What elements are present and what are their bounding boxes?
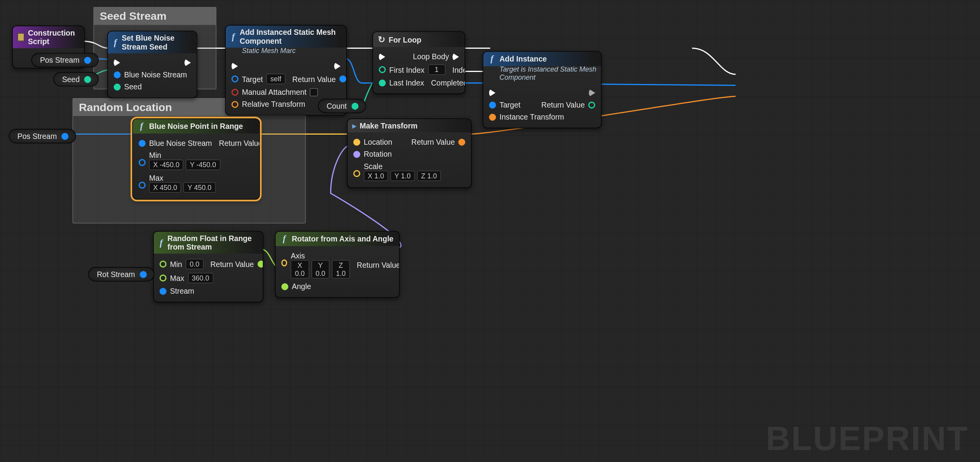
axis-z-input[interactable]: Z 1.0	[332, 260, 350, 279]
min-y-input[interactable]: Y -450.0	[186, 160, 220, 170]
construction-icon	[17, 33, 24, 41]
pin-stream[interactable]	[160, 287, 167, 294]
function-icon: f	[138, 121, 146, 132]
max-x-input[interactable]: X 450.0	[149, 182, 181, 193]
node-title: Construction Script	[28, 29, 79, 46]
comment-title: Seed Stream	[94, 8, 216, 25]
node-header: f Add Instanced Static Mesh Component	[226, 26, 347, 48]
min-value[interactable]: 0.0	[186, 259, 203, 269]
node-header: f Random Float in Range from Stream	[154, 232, 263, 254]
blueprint-watermark: BLUEPRINT	[766, 419, 969, 458]
node-blue-noise-point[interactable]: f Blue Noise Point in Range Blue Noise S…	[132, 118, 260, 200]
pin-axis[interactable]	[282, 260, 287, 267]
pin-output[interactable]	[61, 133, 68, 140]
node-header: f Rotator from Axis and Angle	[276, 232, 400, 246]
function-icon: f	[159, 238, 164, 248]
function-icon: f	[230, 32, 236, 42]
pin-return-value[interactable]	[339, 75, 346, 82]
node-rotator-axis-angle[interactable]: f Rotator from Axis and Angle Axis X 0.0…	[275, 231, 400, 298]
node-header: Construction Script	[13, 26, 84, 48]
max-value[interactable]: 360.0	[188, 273, 213, 283]
exec-in-pin[interactable]	[232, 62, 238, 70]
node-title: Blue Noise Point in Range	[149, 122, 243, 131]
manual-attachment-checkbox[interactable]	[310, 88, 318, 96]
scale-y-input[interactable]: Y 1.0	[391, 171, 415, 181]
node-header: For Loop	[373, 32, 465, 47]
pin-seed[interactable]	[114, 83, 121, 90]
node-set-blue-noise-seed[interactable]: f Set Blue Noise Stream Seed Blue Noise …	[108, 31, 198, 98]
max-y-input[interactable]: Y 450.0	[184, 182, 216, 193]
node-make-transform[interactable]: Make Transform Location Return Value Rot…	[347, 118, 472, 188]
pin-output[interactable]	[352, 103, 359, 110]
exec-loop-body-pin[interactable]	[452, 53, 459, 61]
pin-min[interactable]	[160, 261, 167, 268]
pin-blue-noise-stream[interactable]	[114, 71, 121, 78]
pin-location[interactable]	[353, 139, 360, 145]
node-title: Add Instanced Static Mesh Component	[240, 28, 342, 45]
pin-rotation[interactable]	[353, 151, 360, 157]
pin-relative-transform[interactable]	[232, 101, 239, 108]
exec-out-pin[interactable]	[334, 62, 341, 70]
function-icon: f	[280, 234, 289, 244]
node-title: Random Float in Range from Stream	[167, 234, 258, 252]
node-title: Set Blue Noise Stream Seed	[122, 34, 192, 51]
loop-icon	[378, 34, 386, 45]
pin-max[interactable]	[139, 182, 146, 189]
exec-in-pin[interactable]	[114, 59, 120, 67]
pin-target[interactable]	[489, 101, 496, 108]
exec-in-pin[interactable]	[489, 89, 496, 97]
node-header: f Blue Noise Point in Range	[133, 119, 260, 134]
pin-return-value[interactable]	[257, 261, 263, 268]
node-title: For Loop	[389, 35, 421, 44]
exec-in-pin[interactable]	[379, 53, 386, 61]
var-rot-stream[interactable]: Rot Stream	[88, 267, 154, 282]
pin-output[interactable]	[84, 56, 91, 63]
first-index-value[interactable]: 1	[428, 65, 446, 75]
node-subtitle: Target is Instanced Static Mesh Componen…	[483, 65, 601, 84]
function-icon: f	[113, 38, 118, 48]
var-pos-stream-2[interactable]: Pos Stream	[9, 129, 76, 144]
pin-last-index[interactable]	[379, 79, 386, 86]
var-seed[interactable]: Seed	[53, 72, 99, 87]
node-title: Make Transform	[360, 121, 418, 130]
node-header: Make Transform	[348, 119, 471, 133]
node-subtitle: Static Mesh Marc	[226, 46, 347, 57]
pin-return-value[interactable]	[588, 101, 595, 108]
pin-angle[interactable]	[282, 283, 289, 290]
pin-instance-transform[interactable]	[489, 113, 496, 120]
pin-max[interactable]	[160, 275, 167, 282]
node-random-float-stream[interactable]: f Random Float in Range from Stream Min0…	[153, 231, 263, 303]
pin-min[interactable]	[139, 159, 146, 166]
axis-x-input[interactable]: X 0.0	[291, 260, 309, 279]
target-value[interactable]: self	[266, 74, 285, 84]
function-icon: f	[488, 54, 496, 64]
scale-x-input[interactable]: X 1.0	[364, 171, 388, 181]
exec-out-pin[interactable]	[184, 59, 191, 67]
pin-output[interactable]	[84, 76, 91, 83]
axis-y-input[interactable]: Y 0.0	[311, 260, 330, 279]
pin-output[interactable]	[140, 271, 147, 278]
pin-scale[interactable]	[353, 170, 360, 177]
node-header: f Add Instance	[483, 52, 601, 67]
scale-z-input[interactable]: Z 1.0	[417, 171, 441, 181]
var-pos-stream-1[interactable]: Pos Stream	[31, 53, 99, 68]
pin-manual-attachment[interactable]	[232, 89, 239, 96]
var-count[interactable]: Count	[318, 99, 366, 113]
make-struct-icon	[352, 121, 357, 130]
pin-return-value[interactable]	[458, 139, 465, 145]
node-title: Add Instance	[500, 55, 547, 63]
pin-blue-noise-stream[interactable]	[139, 140, 146, 147]
pin-target[interactable]	[232, 75, 239, 82]
min-x-input[interactable]: X -450.0	[149, 160, 184, 170]
node-add-instance[interactable]: f Add Instance Target is Instanced Stati…	[483, 51, 602, 128]
pin-first-index[interactable]	[379, 66, 386, 73]
node-header: f Set Blue Noise Stream Seed	[108, 31, 197, 53]
node-title: Rotator from Axis and Angle	[292, 234, 394, 243]
node-for-loop[interactable]: For Loop Loop Body First Index1 Index La…	[372, 31, 465, 94]
exec-out-pin[interactable]	[589, 89, 596, 97]
